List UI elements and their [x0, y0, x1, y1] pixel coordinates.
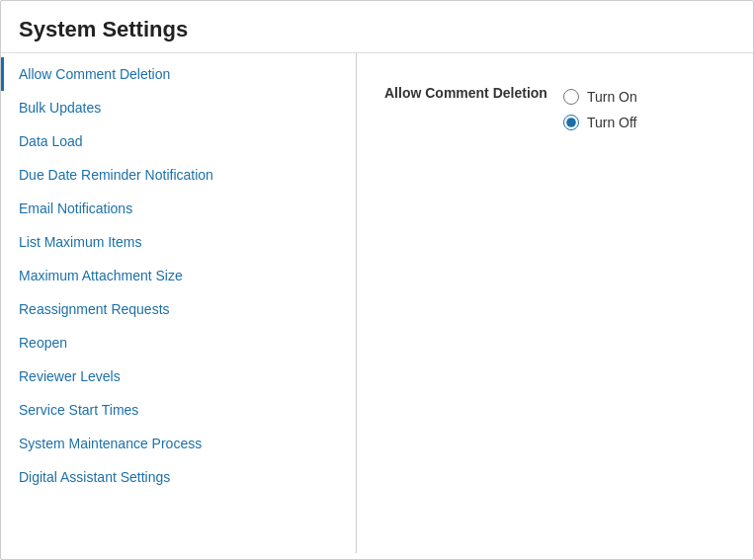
- sidebar-item-9[interactable]: Reviewer Levels: [1, 360, 356, 393]
- content-area: Allow Comment DeletionBulk UpdatesData L…: [1, 52, 753, 553]
- setting-name-label: Allow Comment Deletion: [384, 85, 547, 101]
- sidebar: Allow Comment DeletionBulk UpdatesData L…: [1, 53, 357, 553]
- page-title: System Settings: [1, 1, 753, 52]
- sidebar-item-6[interactable]: Maximum Attachment Size: [1, 259, 356, 292]
- sidebar-item-11[interactable]: System Maintenance Process: [1, 427, 356, 460]
- sidebar-item-0[interactable]: Allow Comment Deletion: [1, 57, 356, 91]
- turn-on-radio[interactable]: [563, 89, 579, 105]
- sidebar-item-2[interactable]: Data Load: [1, 124, 356, 158]
- sidebar-item-4[interactable]: Email Notifications: [1, 192, 356, 225]
- sidebar-item-7[interactable]: Reassignment Requests: [1, 292, 356, 326]
- sidebar-item-5[interactable]: List Maximum Items: [1, 225, 356, 259]
- sidebar-item-10[interactable]: Service Start Times: [1, 393, 356, 427]
- setting-row: Allow Comment Deletion Turn On Turn Off: [384, 85, 725, 130]
- main-window: System Settings Allow Comment DeletionBu…: [0, 0, 754, 560]
- radio-group: Turn On Turn Off: [563, 89, 637, 130]
- sidebar-item-3[interactable]: Due Date Reminder Notification: [1, 158, 356, 192]
- sidebar-item-1[interactable]: Bulk Updates: [1, 91, 356, 124]
- radio-row-on: Turn On: [563, 89, 637, 105]
- turn-off-radio[interactable]: [563, 115, 579, 130]
- turn-on-label[interactable]: Turn On: [587, 89, 637, 105]
- turn-off-label[interactable]: Turn Off: [587, 115, 637, 130]
- sidebar-item-8[interactable]: Reopen: [1, 326, 356, 360]
- main-content: Allow Comment Deletion Turn On Turn Off: [357, 53, 753, 553]
- radio-row-off: Turn Off: [563, 115, 637, 130]
- sidebar-item-12[interactable]: Digital Assistant Settings: [1, 460, 356, 494]
